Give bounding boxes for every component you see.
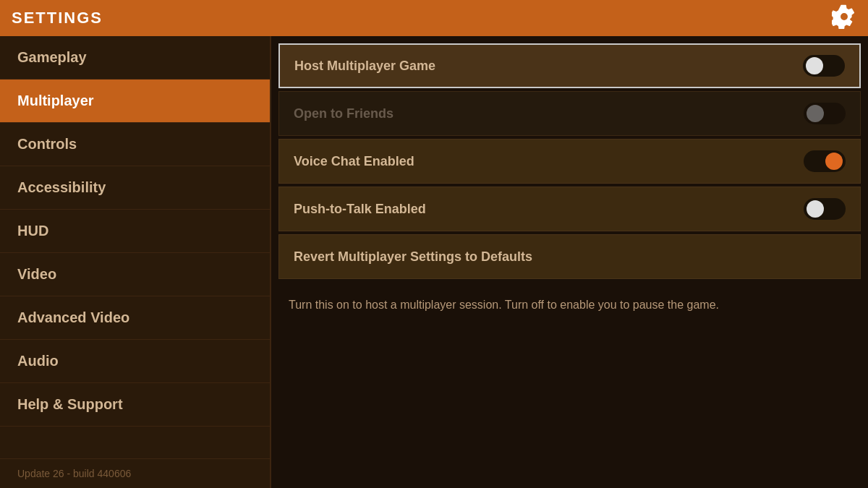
main-layout: Gameplay Multiplayer Controls Accessibil… [0,36,868,488]
toggle-knob [807,105,824,122]
sidebar-item-video[interactable]: Video [0,253,270,296]
sidebar-item-controls[interactable]: Controls [0,123,270,166]
sidebar-item-accessibility[interactable]: Accessibility [0,166,270,210]
open-to-friends-label: Open to Friends [294,106,393,121]
revert-label: Revert Multiplayer Settings to Defaults [294,249,532,265]
description-text: Turn this on to host a multiplayer sessi… [289,296,851,314]
voice-chat-label: Voice Chat Enabled [294,154,414,169]
sidebar-item-advanced-video[interactable]: Advanced Video [0,296,270,340]
content-area: Host Multiplayer Game Open to Friends Vo… [271,36,868,488]
settings-list: Host Multiplayer Game Open to Friends Vo… [271,36,868,279]
description-area: Turn this on to host a multiplayer sessi… [271,282,868,328]
sidebar-item-audio[interactable]: Audio [0,340,270,383]
push-to-talk-toggle[interactable] [804,198,846,220]
sidebar-item-hud[interactable]: HUD [0,210,270,253]
push-to-talk-label: Push-to-Talk Enabled [294,202,426,217]
host-multiplayer-toggle[interactable] [803,55,845,77]
setting-host-multiplayer-game[interactable]: Host Multiplayer Game [278,43,861,88]
sidebar-item-multiplayer[interactable]: Multiplayer [0,80,270,123]
gear-icon[interactable] [832,4,856,32]
setting-push-to-talk-enabled[interactable]: Push-to-Talk Enabled [278,187,861,231]
toggle-knob [825,153,843,170]
voice-chat-toggle[interactable] [804,150,846,172]
toggle-knob [806,57,823,74]
toggle-knob [807,200,824,218]
host-multiplayer-label: Host Multiplayer Game [294,59,435,74]
revert-button[interactable]: Revert Multiplayer Settings to Defaults [278,234,861,279]
sidebar: Gameplay Multiplayer Controls Accessibil… [0,36,271,488]
sidebar-item-gameplay[interactable]: Gameplay [0,36,270,80]
setting-voice-chat-enabled[interactable]: Voice Chat Enabled [278,139,861,184]
header: SETTINGS [0,0,868,36]
setting-open-to-friends[interactable]: Open to Friends [278,91,861,136]
sidebar-item-help-support[interactable]: Help & Support [0,383,270,427]
open-to-friends-toggle[interactable] [804,103,846,124]
sidebar-footer: Update 26 - build 440606 [0,458,270,488]
page-title: SETTINGS [12,9,103,27]
